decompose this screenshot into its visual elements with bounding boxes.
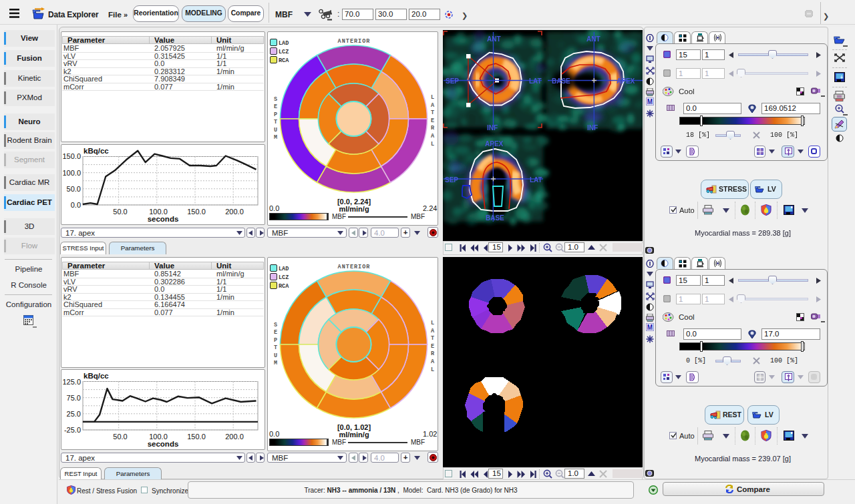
svg-text:LAT: LAT <box>530 176 542 184</box>
svg-text:LAT: LAT <box>529 77 542 85</box>
svg-text:ANT: ANT <box>487 35 501 43</box>
svg-text:APEX: APEX <box>485 140 504 148</box>
svg-text:ANT: ANT <box>586 35 601 43</box>
svg-text:INF: INF <box>487 124 498 132</box>
svg-text:SEP: SEP <box>446 77 459 85</box>
svg-text:SEP: SEP <box>445 176 458 184</box>
svg-text:INF: INF <box>587 124 598 132</box>
svg-text:BASE: BASE <box>486 214 504 222</box>
svg-text:APEX: APEX <box>617 77 635 85</box>
svg-text:BASE: BASE <box>552 77 570 85</box>
